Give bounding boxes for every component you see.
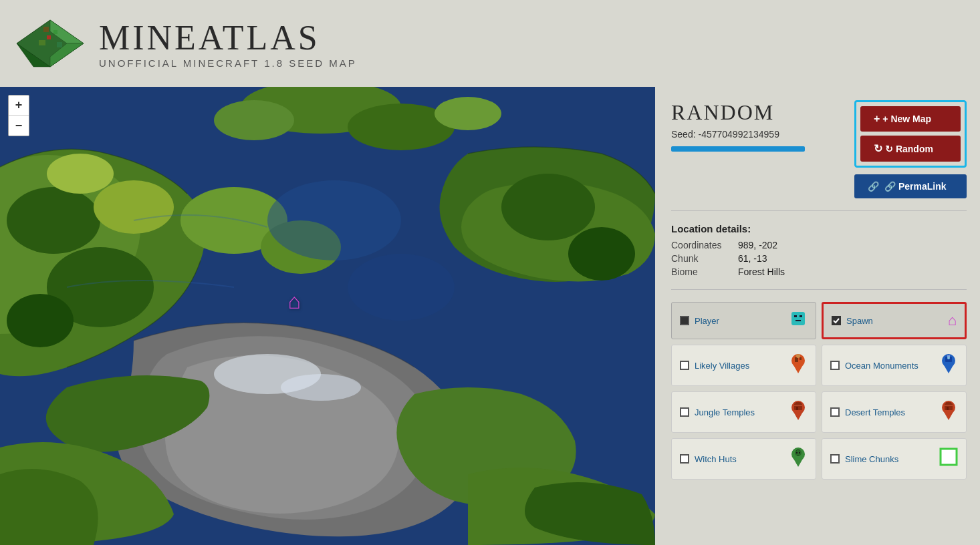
- svg-rect-52: [947, 407, 949, 410]
- new-map-label: + New Map: [882, 114, 931, 124]
- svg-rect-8: [47, 35, 51, 39]
- svg-point-23: [568, 227, 635, 281]
- permalink-label: 🔗 PermaLink: [884, 181, 946, 192]
- zoom-controls: + −: [8, 95, 29, 136]
- random-button[interactable]: ↻ ↻ Random: [860, 136, 961, 162]
- main-content: + − ⌂ Random Seed: -457704992134959 + + …: [0, 87, 980, 545]
- villages-label: Likely Villages: [695, 361, 783, 371]
- svg-rect-62: [941, 449, 957, 465]
- svg-rect-51: [946, 402, 951, 405]
- map-container[interactable]: + − ⌂: [0, 87, 655, 545]
- feature-item-spawn[interactable]: Spawn ⌂: [822, 302, 967, 339]
- ocean-monuments-checkbox[interactable]: [830, 361, 840, 370]
- app-title: MineAtlas: [99, 18, 357, 57]
- zoom-in-button[interactable]: +: [9, 96, 29, 116]
- top-row: Random Seed: -457704992134959 + + New Ma…: [671, 100, 967, 198]
- header: MineAtlas Unofficial Minecraft 1.8 Seed …: [0, 0, 980, 87]
- chunk-label: Chunk: [671, 253, 738, 264]
- seed-bar: [671, 146, 805, 152]
- svg-point-22: [501, 174, 595, 240]
- biome-label: Biome: [671, 266, 738, 277]
- logo-icon: [13, 17, 87, 70]
- witch-huts-checkbox[interactable]: [680, 454, 689, 464]
- svg-marker-49: [943, 411, 954, 420]
- svg-rect-31: [795, 320, 801, 321]
- spawn-marker: ⌂: [287, 289, 300, 314]
- feature-item-desert-temples[interactable]: Desert Temples: [822, 391, 967, 433]
- svg-point-26: [267, 180, 401, 260]
- svg-rect-58: [797, 449, 800, 451]
- svg-rect-30: [800, 315, 802, 317]
- svg-rect-47: [794, 405, 802, 406]
- svg-rect-45: [795, 402, 801, 405]
- svg-rect-60: [799, 452, 800, 453]
- spawn-label: Spawn: [846, 316, 943, 326]
- svg-rect-6: [39, 40, 45, 45]
- plus-icon: +: [874, 113, 880, 125]
- feature-item-ocean-monuments[interactable]: Ocean Monuments: [822, 345, 967, 386]
- svg-rect-34: [795, 357, 798, 362]
- svg-point-14: [435, 97, 501, 130]
- feature-item-player[interactable]: Player: [671, 302, 816, 339]
- feature-item-witch-huts[interactable]: Witch Huts: [671, 438, 816, 480]
- villages-checkbox[interactable]: [680, 361, 689, 370]
- witch-huts-label: Witch Huts: [695, 454, 783, 464]
- seed-value: Seed: -457704992134959: [671, 129, 805, 140]
- random-label: ↻ Random: [885, 144, 933, 154]
- svg-marker-55: [793, 458, 804, 467]
- jungle-temples-label: Jungle Temples: [695, 407, 783, 417]
- button-group: + + New Map ↻ ↻ Random 🔗 🔗 PermaLink: [854, 100, 967, 198]
- permalink-button[interactable]: 🔗 🔗 PermaLink: [854, 174, 967, 198]
- svg-rect-7: [57, 42, 62, 47]
- feature-item-villages[interactable]: Likely Villages: [671, 345, 816, 386]
- map-info: Random Seed: -457704992134959: [671, 100, 805, 152]
- desert-temples-label: Desert Temples: [845, 407, 934, 417]
- svg-point-27: [348, 254, 455, 321]
- spawn-icon: ⌂: [948, 312, 957, 329]
- action-buttons: + + New Map ↻ ↻ Random: [854, 100, 967, 168]
- zoom-out-button[interactable]: −: [9, 116, 29, 136]
- svg-point-19: [47, 154, 114, 194]
- app-subtitle: Unofficial Minecraft 1.8 Seed Map: [99, 57, 357, 69]
- link-icon: 🔗: [868, 181, 879, 192]
- header-text: MineAtlas Unofficial Minecraft 1.8 Seed …: [99, 18, 357, 69]
- svg-rect-59: [796, 452, 798, 453]
- desert-temples-checkbox[interactable]: [830, 407, 840, 417]
- slime-chunks-checkbox[interactable]: [830, 454, 840, 464]
- coordinates-label: Coordinates: [671, 240, 738, 250]
- svg-rect-46: [796, 407, 798, 410]
- new-map-button[interactable]: + + New Map: [860, 106, 961, 132]
- feature-item-slime-chunks[interactable]: Slime Chunks: [822, 438, 967, 480]
- villages-icon: [789, 352, 808, 379]
- svg-rect-61: [797, 455, 800, 456]
- svg-point-21: [281, 374, 361, 401]
- ocean-monuments-icon: [939, 352, 958, 379]
- refresh-icon: ↻: [874, 142, 882, 155]
- svg-point-41: [947, 357, 950, 359]
- svg-point-36: [796, 354, 800, 358]
- jungle-temples-checkbox[interactable]: [680, 407, 689, 417]
- svg-point-15: [7, 187, 100, 254]
- svg-rect-4: [43, 27, 49, 32]
- svg-rect-53: [945, 405, 953, 406]
- svg-marker-43: [793, 411, 804, 420]
- svg-rect-5: [53, 30, 57, 34]
- jungle-temples-icon: [789, 399, 808, 425]
- terrain-svg: [0, 87, 655, 545]
- coordinates-value: 989, -202: [738, 240, 967, 250]
- player-label: Player: [695, 316, 783, 326]
- right-panel: Random Seed: -457704992134959 + + New Ma…: [655, 87, 980, 545]
- svg-marker-33: [793, 364, 804, 373]
- player-checkbox[interactable]: [680, 316, 689, 325]
- svg-rect-35: [800, 357, 802, 360]
- svg-point-18: [94, 180, 174, 234]
- witch-huts-icon: [789, 445, 808, 472]
- divider: [671, 210, 967, 211]
- feature-item-jungle-temples[interactable]: Jungle Temples: [671, 391, 816, 433]
- slime-chunks-label: Slime Chunks: [845, 454, 934, 464]
- feature-grid: Player Spawn ⌂: [671, 302, 967, 480]
- player-icon: [789, 309, 808, 332]
- svg-marker-38: [943, 364, 954, 373]
- location-grid: Coordinates 989, -202 Chunk 61, -13 Biom…: [671, 240, 967, 277]
- spawn-checkbox[interactable]: [832, 316, 841, 325]
